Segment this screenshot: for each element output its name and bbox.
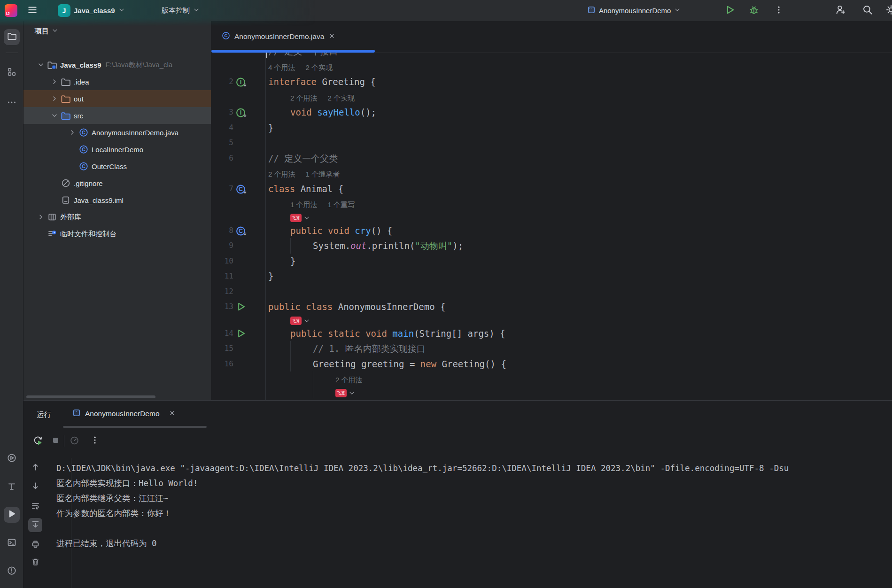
services-tool-button[interactable]	[4, 451, 20, 467]
usage-hint[interactable]: 2 个用法	[335, 372, 363, 388]
class-gutter-icon[interactable]: C	[236, 225, 247, 237]
close-icon[interactable]	[169, 410, 176, 418]
ai-plugin-badge[interactable]: 飞算	[335, 389, 347, 397]
usage-hint[interactable]: 4 个用法	[268, 60, 295, 76]
chevron-down-icon[interactable]	[37, 61, 45, 69]
soft-wrap-button[interactable]	[28, 499, 42, 513]
horizontal-scrollbar[interactable]	[26, 395, 155, 398]
code-line[interactable]: 2Iinterface Greeting {	[211, 74, 892, 90]
tree-row-java-class9[interactable]: Java_class9F:\Java教材\Java_cla	[23, 56, 211, 73]
tree-row-anonymousinnerdemo-java[interactable]: CAnonymousInnerDemo.java	[23, 124, 211, 141]
usage-hint[interactable]: 2 个用法	[268, 167, 295, 182]
chevron-right-icon[interactable]	[37, 213, 45, 221]
line-number[interactable]: 4	[211, 120, 233, 136]
code-line[interactable]: 6// 定义一个父类	[211, 151, 892, 166]
up-stacktrace-button[interactable]	[28, 461, 42, 475]
code-line[interactable]: 13public class AnonymousInnerDemo {	[211, 299, 892, 315]
stop-button[interactable]	[50, 435, 61, 447]
inlay-hint-row[interactable]: 2 个用法2 个实现	[211, 90, 892, 105]
line-number[interactable]: 8	[211, 223, 233, 239]
usage-hint[interactable]: 2 个实现	[306, 60, 333, 76]
usage-hint[interactable]: 2 个实现	[328, 91, 355, 106]
class-gutter-icon[interactable]: C	[236, 184, 247, 195]
line-number[interactable]: 5	[211, 135, 233, 151]
console-output[interactable]: D:\IDEA\JDK\bin\java.exe "-javaagent:D:\…	[56, 461, 892, 551]
settings-button[interactable]	[886, 0, 892, 21]
ai-badge-row[interactable]: 飞算	[211, 212, 892, 223]
code-line[interactable]: 16Greeting greeting = new Greeting() {	[211, 356, 892, 372]
code-line[interactable]: 10}	[211, 254, 892, 269]
close-icon[interactable]	[328, 32, 335, 41]
scroll-to-end-button[interactable]	[28, 518, 42, 532]
run-tool-button[interactable]	[4, 507, 20, 523]
code-line[interactable]: 12	[211, 284, 892, 300]
chevron-right-icon[interactable]	[50, 77, 59, 86]
tree-row-java-class9-iml[interactable]: Java_class9.iml	[23, 192, 211, 209]
ai-plugin-badge[interactable]: 飞算	[290, 317, 302, 325]
chevron-down-icon[interactable]	[50, 111, 59, 120]
run-more-button[interactable]	[89, 435, 101, 447]
chevron-right-icon[interactable]	[50, 94, 59, 103]
debug-button[interactable]	[749, 0, 759, 21]
project-panel-header[interactable]: 项目	[35, 27, 58, 36]
interface-gutter-icon[interactable]: I	[236, 77, 247, 88]
project-tool-button[interactable]	[4, 29, 20, 45]
usage-hint[interactable]: 1 个用法	[290, 197, 318, 213]
ai-plugin-badge[interactable]: 飞算	[290, 214, 302, 222]
rerun-button[interactable]	[32, 435, 43, 447]
line-number[interactable]: 7	[211, 181, 233, 197]
print-button[interactable]	[28, 538, 42, 552]
chevron-down-icon[interactable]	[303, 212, 310, 224]
line-number[interactable]: 12	[211, 284, 233, 300]
usage-hint[interactable]: 1 个重写	[328, 197, 355, 213]
line-number[interactable]: 15	[211, 341, 233, 356]
code-with-me-button[interactable]	[835, 0, 845, 21]
line-number[interactable]: 13	[211, 299, 233, 315]
down-stacktrace-button[interactable]	[28, 480, 42, 494]
line-number[interactable]: 3	[211, 105, 233, 120]
code-line[interactable]: 11}	[211, 269, 892, 284]
code-line[interactable]: 9System.out.println("动物叫");	[211, 238, 892, 254]
interface-gutter-icon[interactable]: I	[236, 107, 247, 118]
main-menu-button[interactable]	[27, 0, 38, 21]
run-button[interactable]	[725, 0, 735, 21]
more-actions-button[interactable]	[774, 0, 783, 21]
line-number[interactable]: 11	[211, 269, 233, 284]
code-line[interactable]: 5	[211, 135, 892, 151]
run-line-icon[interactable]	[236, 302, 247, 313]
search-everywhere-button[interactable]	[862, 0, 873, 21]
tree-row--[interactable]: 临时文件和控制台	[23, 225, 211, 242]
more-tool-windows-button[interactable]	[4, 95, 20, 111]
line-number[interactable]: 2	[211, 74, 233, 90]
tree-row-outerclass[interactable]: COuterClass	[23, 158, 211, 175]
project-widget[interactable]: J Java_class9	[58, 0, 125, 21]
vcs-widget[interactable]: 版本控制	[162, 0, 200, 21]
tree-row-out[interactable]: out	[23, 90, 211, 107]
inlay-hint-row[interactable]: 2 个用法1 个继承者	[211, 166, 892, 181]
chevron-down-icon[interactable]	[349, 387, 355, 399]
editor-tab[interactable]: C AnonymousInnerDemo.java	[218, 26, 339, 47]
tree-row--[interactable]: 外部库	[23, 209, 211, 225]
inlay-hint-row[interactable]: 2 个用法	[211, 371, 892, 387]
tree-row-localinnerdemo[interactable]: CLocalInnerDemo	[23, 141, 211, 158]
code-line[interactable]: 14public static void main(String[] args)…	[211, 326, 892, 341]
tree-row-src[interactable]: src	[23, 107, 211, 124]
code-line[interactable]: 8Cpublic void cry() {	[211, 223, 892, 239]
code-line[interactable]: 7Cclass Animal {	[211, 181, 892, 197]
inlay-hint-row[interactable]: 4 个用法2 个实现	[211, 59, 892, 75]
line-number[interactable]: 9	[211, 238, 233, 254]
line-number[interactable]: 6	[211, 151, 233, 166]
run-tab[interactable]: AnonymousInnerDemo	[66, 404, 182, 423]
coverage-button[interactable]	[69, 435, 80, 447]
clear-console-button[interactable]	[28, 556, 42, 570]
tree-row--gitignore[interactable]: .gitignore	[23, 175, 211, 192]
tree-row--idea[interactable]: .idea	[23, 73, 211, 90]
structure-tool-button[interactable]	[4, 65, 20, 81]
code-line[interactable]: 15// 1. 匿名内部类实现接口	[211, 341, 892, 356]
usage-hint[interactable]: 2 个用法	[290, 91, 318, 106]
build-tool-button[interactable]	[4, 480, 20, 495]
line-number[interactable]: 16	[211, 356, 233, 372]
usage-hint[interactable]: 1 个继承者	[306, 167, 340, 182]
inlay-hint-row[interactable]: 1 个用法1 个重写	[211, 196, 892, 212]
line-number[interactable]: 10	[211, 254, 233, 269]
